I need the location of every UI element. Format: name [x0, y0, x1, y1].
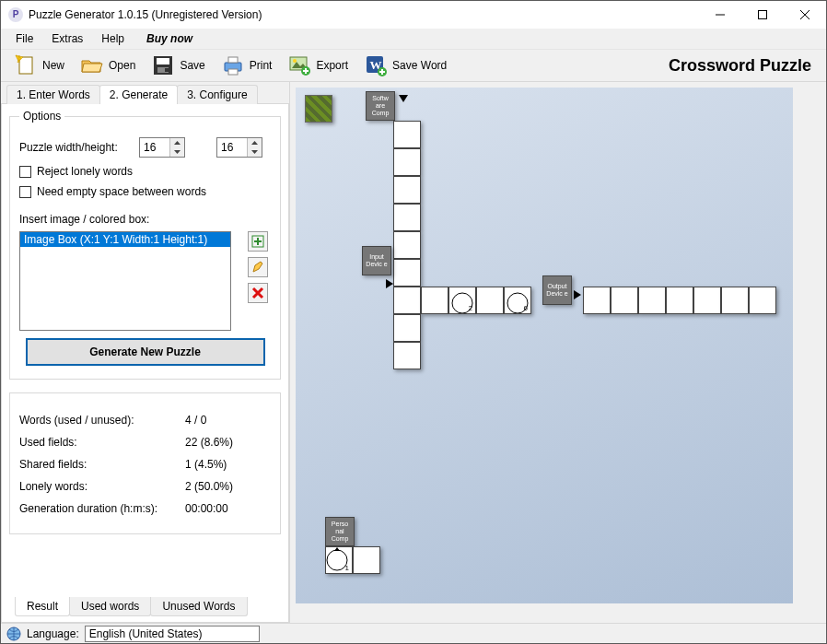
tab-used-words[interactable]: Used words — [69, 597, 151, 616]
tab-result[interactable]: Result — [15, 597, 70, 616]
grid-cell[interactable] — [393, 231, 421, 259]
generate-button[interactable]: Generate New Puzzle — [26, 338, 265, 366]
export-image-icon — [286, 53, 312, 78]
export-label: Export — [316, 59, 348, 72]
grid-cell[interactable] — [393, 287, 421, 314]
menu-help[interactable]: Help — [94, 30, 132, 47]
svg-marker-17 — [174, 141, 181, 145]
grid-cell[interactable] — [353, 546, 380, 574]
statusbar: Language: — [1, 623, 826, 643]
insert-image-label: Insert image / colored box: — [19, 213, 271, 226]
svg-marker-25 — [334, 547, 340, 551]
new-file-icon — [13, 53, 39, 78]
grid-cell[interactable] — [476, 287, 504, 314]
save-word-button[interactable]: W Save Word — [356, 50, 453, 81]
width-input[interactable] — [140, 138, 169, 157]
clue-input-device[interactable]: Input Devic e — [362, 246, 391, 275]
floppy-save-icon — [150, 53, 176, 78]
folder-open-icon — [79, 53, 105, 78]
grid-cell[interactable] — [393, 259, 421, 287]
edit-image-button[interactable] — [248, 257, 268, 277]
clue-output-device[interactable]: Output Devic e — [542, 275, 572, 305]
svg-rect-1 — [19, 57, 32, 74]
menu-buy-now[interactable]: Buy now — [139, 30, 200, 47]
grid-cell[interactable] — [393, 342, 421, 369]
grid-cell[interactable] — [393, 121, 421, 148]
grid-cell[interactable] — [693, 287, 721, 314]
grid-cell[interactable] — [393, 314, 421, 342]
svg-rect-9 — [228, 69, 238, 75]
chevron-down-icon — [399, 95, 408, 102]
open-button[interactable]: Open — [73, 50, 142, 81]
export-button[interactable]: Export — [280, 50, 355, 81]
tab-generate[interactable]: 2. Generate — [99, 85, 178, 104]
svg-point-12 — [293, 59, 297, 63]
width-up[interactable] — [170, 138, 184, 147]
language-label: Language: — [27, 627, 79, 640]
minimize-button[interactable] — [699, 1, 741, 29]
maximize-icon — [758, 10, 767, 19]
result-tabs: Result Used words Unused Words — [9, 597, 281, 618]
grid-cell[interactable] — [611, 287, 638, 314]
grid-cell[interactable] — [421, 287, 448, 314]
grid-cell[interactable] — [666, 287, 693, 314]
puzzle-canvas[interactable]: Softw are Comp Input Devic e — [296, 88, 793, 603]
print-button[interactable]: Print — [214, 50, 279, 81]
image-box-item[interactable]: Image Box (X:1 Y:1 Width:1 Height:1) — [20, 232, 230, 247]
print-label: Print — [250, 59, 273, 72]
delete-image-button[interactable] — [248, 283, 268, 303]
step-tabs: 1. Enter Words 2. Generate 3. Configure — [1, 84, 289, 103]
width-down[interactable] — [170, 147, 184, 157]
stat-shared-key: Shared fields: — [19, 458, 185, 471]
close-icon — [800, 10, 810, 19]
toolbar: New Open Save Print Export — [1, 49, 826, 82]
add-image-button[interactable] — [248, 231, 268, 252]
grid-cell[interactable] — [583, 287, 611, 314]
width-spinner[interactable] — [139, 137, 185, 158]
height-input[interactable] — [217, 138, 247, 157]
reject-lonely-label: Reject lonely words — [37, 165, 133, 178]
body-row: 1. Enter Words 2. Generate 3. Configure … — [1, 82, 826, 623]
stat-shared-value: 1 (4.5%) — [185, 458, 227, 471]
titlebar: P Puzzle Generator 1.0.15 (Unregistered … — [1, 1, 826, 29]
grid-cell[interactable]: 2 — [448, 287, 476, 314]
tab-unused-words[interactable]: Unused Words — [150, 597, 247, 616]
cell-number: 2 — [469, 304, 472, 312]
menu-file[interactable]: File — [8, 30, 41, 47]
save-word-label: Save Word — [392, 59, 447, 72]
menu-extras[interactable]: Extras — [44, 30, 90, 47]
grid-cell[interactable] — [393, 176, 421, 204]
save-button[interactable]: Save — [144, 50, 211, 81]
height-up[interactable] — [248, 138, 262, 147]
puzzle-type-title: Crossword Puzzle — [669, 56, 821, 76]
puzzle-canvas-pane: Softw are Comp Input Devic e — [290, 82, 826, 623]
close-button[interactable] — [784, 1, 826, 29]
maximize-button[interactable] — [741, 1, 784, 29]
pencil-icon — [251, 261, 264, 274]
grid-cell[interactable] — [721, 287, 749, 314]
height-spinner[interactable] — [216, 137, 262, 158]
reject-lonely-checkbox[interactable]: Reject lonely words — [19, 165, 271, 178]
svg-rect-6 — [165, 68, 169, 72]
clue-personal-comp[interactable]: Perso nal Comp — [325, 517, 355, 546]
need-empty-space-checkbox[interactable]: Need empty space between words — [19, 185, 271, 198]
grid-cell[interactable] — [638, 287, 666, 314]
tab-configure[interactable]: 3. Configure — [177, 85, 257, 104]
grid-cell[interactable]: 1 — [325, 546, 353, 574]
new-button[interactable]: New — [6, 50, 71, 81]
size-label: Puzzle width/height: — [19, 141, 130, 154]
stat-lonely-value: 2 (50.0%) — [185, 480, 233, 493]
tab-enter-words[interactable]: 1. Enter Words — [6, 85, 100, 104]
grid-cell[interactable] — [393, 148, 421, 176]
language-input[interactable] — [85, 626, 260, 642]
clue-software-comp[interactable]: Softw are Comp — [366, 91, 395, 121]
app-window: P Puzzle Generator 1.0.15 (Unregistered … — [0, 0, 827, 644]
window-title: Puzzle Generator 1.0.15 (Unregistered Ve… — [29, 8, 699, 21]
inserted-image-thumb[interactable] — [305, 95, 332, 123]
grid-cell[interactable] — [393, 204, 421, 231]
grid-cell[interactable] — [749, 287, 776, 314]
stat-lonely-key: Lonely words: — [19, 480, 185, 493]
image-box-list[interactable]: Image Box (X:1 Y:1 Width:1 Height:1) — [19, 231, 231, 331]
grid-cell[interactable]: 6 — [504, 287, 531, 314]
height-down[interactable] — [248, 147, 262, 157]
